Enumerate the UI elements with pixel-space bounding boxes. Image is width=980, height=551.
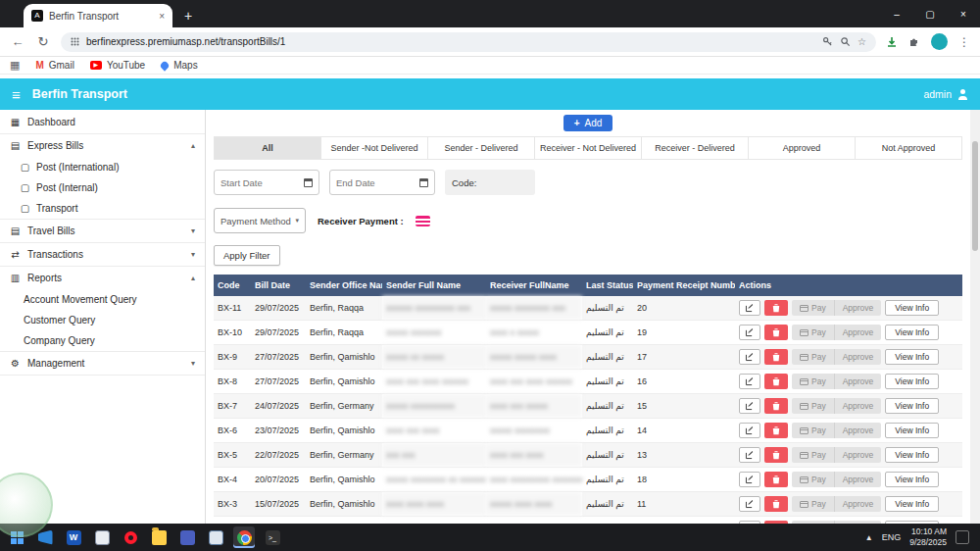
sidebar-item-reports[interactable]: ▥ Reports ▴	[0, 266, 205, 289]
sidebar-item-dashboard[interactable]: ▦ Dashboard	[0, 110, 205, 133]
scrollbar-thumb[interactable]	[972, 141, 978, 251]
sidebar-item-account-movement-query[interactable]: Account Movement Query	[0, 289, 205, 310]
minimize-button[interactable]: –	[880, 9, 913, 20]
end-date-input[interactable]	[336, 177, 416, 188]
view-info-button[interactable]: View Info	[885, 447, 939, 463]
pay-button[interactable]: Pay	[792, 472, 834, 487]
taskbar-chrome-icon[interactable]	[233, 526, 255, 548]
sidebar-item-travel-bills[interactable]: ▤ Travel Bills ▾	[0, 219, 205, 242]
pay-button[interactable]: Pay	[792, 374, 834, 389]
delete-button[interactable]	[764, 496, 788, 512]
sidebar-item-customer-query[interactable]: Customer Query	[0, 310, 205, 330]
delete-button[interactable]	[764, 423, 788, 438]
taskbar-word-icon[interactable]: W	[63, 526, 84, 548]
sidebar-item-post-international[interactable]: ▢ Post (International)	[0, 157, 205, 177]
end-date-field[interactable]	[329, 170, 435, 195]
approve-button[interactable]: Approve	[834, 398, 882, 414]
approve-button[interactable]: Approve	[834, 496, 882, 512]
address-bar[interactable]: berfinexpress.premiumasp.net/transportBi…	[61, 32, 876, 52]
sidebar-item-management[interactable]: ⚙ Management ▾	[0, 351, 205, 375]
site-info-icon[interactable]	[71, 37, 79, 46]
tab-not-approved[interactable]: Not Approved	[856, 136, 962, 160]
edit-button[interactable]	[739, 398, 760, 414]
edit-button[interactable]	[739, 374, 760, 389]
tab-receiver-delivered[interactable]: Receiver - Delivered	[642, 136, 749, 160]
view-info-button[interactable]: View Info	[885, 349, 939, 365]
bookmark-youtube[interactable]: ▶YouTube	[90, 60, 145, 71]
passwords-key-icon[interactable]	[822, 36, 833, 47]
tab-receiver-not-delivered[interactable]: Receiver - Not Delivered	[535, 136, 642, 160]
profile-avatar[interactable]	[931, 33, 948, 50]
tab-approved[interactable]: Approved	[749, 136, 856, 160]
view-info-button[interactable]: View Info	[885, 325, 939, 340]
edit-button[interactable]	[739, 447, 760, 463]
delete-button[interactable]	[764, 325, 788, 340]
add-button[interactable]: + Add	[564, 115, 613, 131]
sidebar-item-post-internal[interactable]: ▢ Post (Internal)	[0, 177, 205, 198]
tab-sender-not-delivered[interactable]: Sender -Not Delivered	[321, 136, 428, 160]
view-info-button[interactable]: View Info	[885, 374, 939, 389]
taskbar-terminal-icon[interactable]: >_	[262, 526, 283, 548]
download-icon[interactable]	[886, 36, 898, 48]
pay-button[interactable]: Pay	[792, 398, 834, 414]
payment-method-select[interactable]: Payment Method ▾	[214, 208, 306, 233]
start-date-field[interactable]	[214, 170, 319, 195]
edit-button[interactable]	[739, 423, 760, 438]
apps-grid-icon[interactable]: ▦	[10, 59, 20, 72]
bookmark-star-icon[interactable]: ☆	[858, 36, 866, 47]
notification-icon[interactable]	[956, 530, 969, 544]
pay-button[interactable]: Pay	[792, 447, 834, 463]
edit-button[interactable]	[739, 325, 760, 340]
tab-sender-delivered[interactable]: Sender - Delivered	[428, 136, 535, 160]
sidebar-item-company-query[interactable]: Company Query	[0, 330, 205, 351]
bookmark-maps[interactable]: Maps	[161, 60, 197, 71]
taskbar-explorer-icon[interactable]	[148, 526, 170, 548]
taskbar-opera-icon[interactable]	[120, 526, 141, 548]
code-field[interactable]: Code:	[445, 170, 535, 195]
pay-button[interactable]: Pay	[792, 325, 834, 340]
browser-tab[interactable]: A Berfin Transport ×	[24, 4, 172, 27]
edit-button[interactable]	[739, 300, 760, 316]
sidebar-item-transport[interactable]: ▢ Transport	[0, 198, 205, 219]
delete-button[interactable]	[764, 349, 788, 365]
sidebar-item-transactions[interactable]: ⇄ Transactions ▾	[0, 242, 205, 266]
pay-button[interactable]: Pay	[792, 423, 834, 438]
approve-button[interactable]: Approve	[834, 472, 882, 487]
receiver-payment-checkbox[interactable]	[416, 216, 430, 226]
delete-button[interactable]	[764, 374, 788, 389]
extensions-icon[interactable]	[908, 36, 920, 48]
language-indicator[interactable]: ENG	[882, 532, 902, 542]
pay-button[interactable]: Pay	[792, 496, 834, 512]
delete-button[interactable]	[764, 472, 788, 487]
page-scrollbar[interactable]	[970, 110, 980, 524]
taskbar-calculator-icon[interactable]	[91, 526, 113, 548]
approve-button[interactable]: Approve	[834, 447, 882, 463]
refresh-icon[interactable]: ↻	[35, 34, 51, 49]
sidebar-item-express-bills[interactable]: ▤ Express Bills ▴	[0, 133, 205, 157]
browser-menu-icon[interactable]: ⋮	[958, 35, 970, 49]
tab-all[interactable]: All	[214, 136, 321, 160]
edit-button[interactable]	[739, 349, 760, 365]
hamburger-menu-icon[interactable]: ≡	[12, 86, 21, 103]
close-button[interactable]: ×	[947, 9, 980, 20]
taskbar-spreadsheet-icon[interactable]	[205, 526, 226, 548]
new-tab-button[interactable]: +	[184, 8, 192, 24]
pay-button[interactable]: Pay	[792, 300, 834, 316]
maximize-button[interactable]: ▢	[913, 9, 947, 20]
delete-button[interactable]	[764, 447, 788, 463]
approve-button[interactable]: Approve	[834, 325, 882, 340]
delete-button[interactable]	[764, 300, 788, 316]
view-info-button[interactable]: View Info	[885, 496, 939, 512]
approve-button[interactable]: Approve	[834, 423, 882, 438]
view-info-button[interactable]: View Info	[885, 423, 939, 438]
search-lens-icon[interactable]	[840, 36, 851, 47]
taskbar-clock[interactable]: 10:10 AM 9/28/2025	[909, 526, 947, 547]
approve-button[interactable]: Approve	[834, 300, 882, 316]
start-date-input[interactable]	[220, 177, 300, 188]
apply-filter-button[interactable]: Apply Filter	[214, 245, 280, 266]
bookmark-gmail[interactable]: MGmail	[35, 60, 74, 71]
view-info-button[interactable]: View Info	[885, 398, 939, 414]
taskbar-app-icon[interactable]	[176, 526, 198, 548]
view-info-button[interactable]: View Info	[885, 300, 939, 316]
delete-button[interactable]	[764, 398, 788, 414]
